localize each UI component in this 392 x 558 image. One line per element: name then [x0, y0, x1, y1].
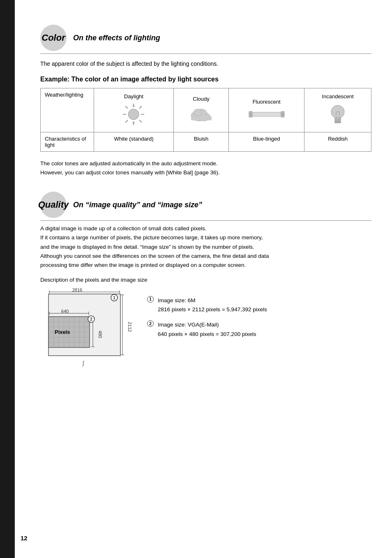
table-row-characteristics: Characteristics of light White (standard…: [41, 132, 371, 152]
quality-section-header: Quality On “image quality” and “image si…: [40, 192, 371, 221]
daylight-label: Daylight: [98, 93, 169, 100]
pixel-diagram: 2816 640 2112 480: [40, 288, 135, 366]
svg-rect-19: [252, 112, 281, 116]
table-cell-reddish: Reddish: [304, 132, 371, 152]
svg-rect-24: [335, 120, 341, 122]
svg-text:480: 480: [98, 330, 103, 338]
svg-text:2: 2: [90, 317, 92, 322]
svg-rect-16: [191, 116, 212, 120]
color-section-title: On the effects of lighting: [73, 34, 160, 42]
table-cell-daylight: Daylight: [94, 88, 174, 132]
svg-text:Pixels: Pixels: [55, 329, 70, 335]
spec1-label: Image size: 6M: [158, 296, 371, 306]
fluorescent-icon: [248, 108, 285, 120]
table-cell-white-standard: White (standard): [94, 132, 174, 152]
main-content: Color On the effects of lighting The app…: [20, 0, 392, 558]
quality-line1: A digital image is made up of a collecti…: [40, 224, 371, 233]
spec-text-2: Image size: VGA(E-Mail) 640 pixels × 480…: [158, 320, 371, 339]
spec-circle-2: 2: [147, 320, 154, 327]
incandescent-label: Incandescent: [309, 93, 367, 100]
svg-rect-25: [335, 122, 341, 123]
table-cell-blue-tinged: Blue-tinged: [229, 132, 304, 152]
svg-line-6: [139, 106, 142, 109]
svg-marker-9: [132, 122, 135, 125]
svg-line-7: [125, 120, 128, 123]
cloud-icon: [189, 105, 214, 123]
quality-section-title: On “image quality” and “image size”: [73, 201, 202, 209]
svg-line-4: [125, 106, 128, 109]
table-cell-weather-label: Weather/lighting: [41, 88, 94, 132]
pixel-diagram-area: 2816 640 2112 480: [40, 288, 371, 366]
svg-text:2112: 2112: [127, 322, 132, 331]
svg-point-10: [128, 109, 139, 120]
table-cell-characteristics-label: Characteristics of light: [41, 132, 94, 152]
spec-text-1: Image size: 6M 2816 pixels × 2112 pixels…: [158, 296, 371, 315]
spec-item-1: 1 Image size: 6M 2816 pixels × 2112 pixe…: [147, 296, 371, 315]
quality-body-text: A digital image is made up of a collecti…: [40, 224, 371, 270]
spec1-value: 2816 pixels × 2112 pixels = 5,947,392 pi…: [158, 305, 371, 315]
color-note-line1: The color tones are adjusted automatical…: [40, 159, 371, 168]
color-subsection-heading: Example: The color of an image affected …: [40, 76, 371, 83]
color-notes: The color tones are adjusted automatical…: [40, 159, 371, 177]
spec-circle-1: 1: [147, 296, 154, 303]
spec2-label: Image size: VGA(E-Mail): [158, 320, 371, 330]
table-cell-fluorescent: Fluorescent: [229, 88, 304, 132]
svg-text:∫: ∫: [82, 360, 85, 366]
pixel-diagram-svg: 2816 640 2112 480: [40, 288, 135, 368]
svg-text:1: 1: [113, 296, 115, 300]
quality-badge-text: Quality: [38, 199, 69, 210]
color-section-header: Color On the effects of lighting: [40, 25, 371, 54]
quality-badge: Quality: [40, 192, 67, 218]
left-strip: [0, 0, 20, 558]
svg-marker-8: [132, 104, 135, 107]
fluorescent-label: Fluorescent: [233, 99, 300, 105]
table-cell-cloudy: Cloudy: [173, 88, 228, 132]
quality-line4: Although you cannot see the differences …: [40, 252, 371, 261]
color-badge: Color: [40, 25, 67, 51]
color-note-line2: However, you can adjust color tones manu…: [40, 168, 371, 177]
table-cell-incandescent: Incandescent: [304, 88, 371, 132]
svg-line-5: [139, 120, 142, 123]
pixel-description-label: Description of the pixels and the image …: [40, 277, 371, 283]
left-strip-white: [15, 0, 20, 558]
bulb-icon: [329, 103, 347, 126]
table-row-header: Weather/lighting Daylight: [41, 88, 371, 132]
lighting-table: Weather/lighting Daylight: [40, 88, 371, 152]
cloudy-label: Cloudy: [178, 96, 224, 102]
color-intro: The apparent color of the subject is aff…: [40, 60, 371, 68]
spec-item-2: 2 Image size: VGA(E-Mail) 640 pixels × 4…: [147, 320, 371, 339]
quality-line2: If it contains a large number of pixels,…: [40, 233, 371, 242]
quality-line3: and the image is displayed in fine detai…: [40, 243, 371, 252]
pixel-specs: 1 Image size: 6M 2816 pixels × 2112 pixe…: [147, 288, 371, 345]
color-badge-text: Color: [42, 32, 65, 43]
spec2-value: 640 pixels × 480 pixels = 307,200 pixels: [158, 330, 371, 339]
svg-rect-23: [335, 118, 341, 120]
table-cell-bluish: Bluish: [173, 132, 228, 152]
svg-text:640: 640: [61, 309, 69, 314]
svg-point-15: [194, 109, 202, 116]
svg-text:2816: 2816: [72, 288, 82, 292]
sun-icon: [122, 103, 145, 126]
page-number: 12: [21, 535, 28, 542]
quality-line5: processing time differ when the image is…: [40, 261, 371, 270]
